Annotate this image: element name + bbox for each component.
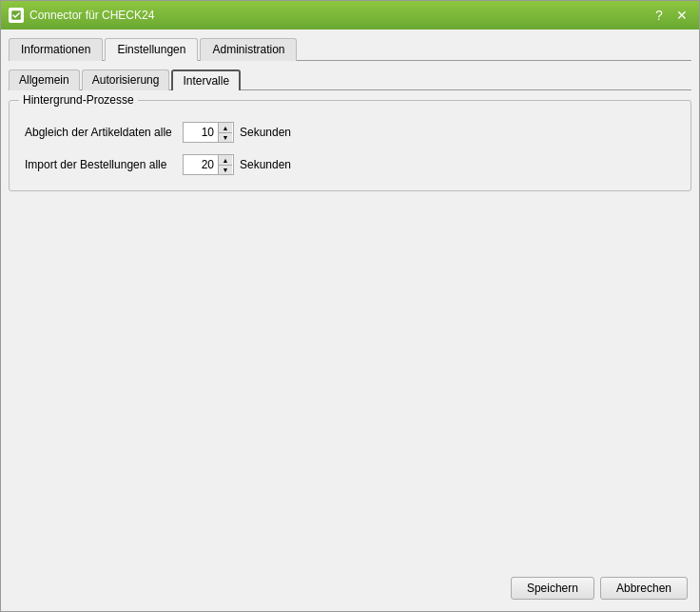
background-processes-group: Hintergrund-Prozesse Abgleich der Artike… [9, 100, 691, 191]
app-icon [9, 8, 24, 23]
bestellungen-down-btn[interactable]: ▼ [219, 165, 232, 174]
bestellungen-value[interactable] [184, 155, 218, 174]
artikel-unit: Sekunden [240, 126, 291, 139]
tab-einstellungen[interactable]: Einstellungen [105, 38, 198, 61]
tab-administration[interactable]: Administration [200, 38, 297, 61]
artikel-spinbox[interactable]: ▲ ▼ [183, 122, 234, 143]
sub-tab-allgemein[interactable]: Allgemein [9, 69, 80, 90]
main-window: Connector für CHECK24 ? ✕ Informationen … [0, 0, 700, 612]
main-tab-bar: Informationen Einstellungen Administrati… [9, 37, 691, 61]
artikel-up-btn[interactable]: ▲ [219, 123, 232, 132]
bestellungen-row: Import der Bestellungen alle ▲ ▼ Sekunde… [25, 154, 675, 175]
artikel-value[interactable] [184, 123, 218, 142]
artikel-down-btn[interactable]: ▼ [219, 132, 232, 142]
title-bar: Connector für CHECK24 ? ✕ [1, 1, 699, 30]
window-title: Connector für CHECK24 [29, 9, 650, 22]
group-box-legend: Hintergrund-Prozesse [19, 93, 138, 107]
sub-tab-bar: Allgemein Autorisierung Intervalle [9, 69, 691, 90]
settings-panel: Allgemein Autorisierung Intervalle Hinte… [9, 69, 691, 569]
tab-informationen[interactable]: Informationen [9, 38, 103, 61]
bestellungen-label: Import der Bestellungen alle [25, 158, 177, 171]
button-bar: Speichern Abbrechen [9, 569, 691, 603]
bestellungen-unit: Sekunden [240, 158, 291, 171]
close-button[interactable]: ✕ [672, 6, 691, 25]
window-controls: ? ✕ [650, 6, 691, 25]
sub-tab-autorisierung[interactable]: Autorisierung [82, 69, 170, 90]
cancel-button[interactable]: Abbrechen [600, 577, 688, 600]
help-button[interactable]: ? [650, 6, 669, 25]
artikel-label: Abgleich der Artikeldaten alle [25, 126, 177, 139]
sub-tab-intervalle[interactable]: Intervalle [171, 69, 241, 90]
artikel-row: Abgleich der Artikeldaten alle ▲ ▼ Sekun… [25, 122, 675, 143]
content-area: Informationen Einstellungen Administrati… [1, 30, 699, 611]
bestellungen-spinbox[interactable]: ▲ ▼ [183, 154, 234, 175]
save-button[interactable]: Speichern [511, 577, 594, 600]
bestellungen-up-btn[interactable]: ▲ [219, 155, 232, 165]
